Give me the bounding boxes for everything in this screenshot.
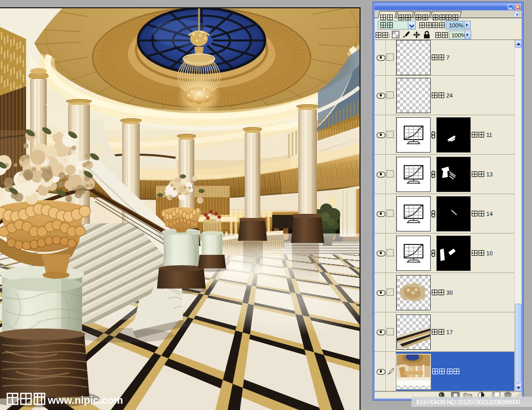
svg-text:www.nipic.com: www.nipic.com — [47, 394, 123, 406]
